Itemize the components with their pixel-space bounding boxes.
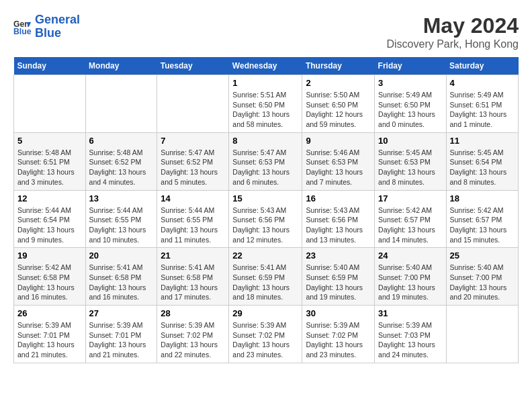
cell-info: Sunrise: 5:42 AM Sunset: 6:57 PM Dayligh… [450,205,515,245]
calendar-cell: 8Sunrise: 5:47 AM Sunset: 6:53 PM Daylig… [229,132,302,190]
calendar-cell: 31Sunrise: 5:39 AM Sunset: 7:03 PM Dayli… [375,306,446,363]
date-number: 19 [17,250,82,261]
date-number: 2 [306,78,371,88]
cell-info: Sunrise: 5:40 AM Sunset: 6:59 PM Dayligh… [306,263,371,302]
calendar-cell: 3Sunrise: 5:49 AM Sunset: 6:50 PM Daylig… [375,75,446,133]
calendar-cell: 24Sunrise: 5:40 AM Sunset: 7:00 PM Dayli… [375,248,446,306]
calendar-table: SundayMondayTuesdayWednesdayThursdayFrid… [13,57,519,363]
week-row-5: 26Sunrise: 5:39 AM Sunset: 7:01 PM Dayli… [14,306,519,363]
date-number: 3 [378,78,442,88]
cell-info: Sunrise: 5:39 AM Sunset: 7:03 PM Dayligh… [378,320,442,360]
cell-info: Sunrise: 5:40 AM Sunset: 7:00 PM Dayligh… [378,263,442,302]
date-number: 4 [450,78,515,88]
cell-info: Sunrise: 5:40 AM Sunset: 7:00 PM Dayligh… [450,263,515,302]
week-row-4: 19Sunrise: 5:42 AM Sunset: 6:58 PM Dayli… [14,248,519,306]
day-header-tuesday: Tuesday [157,57,229,75]
calendar-cell: 12Sunrise: 5:44 AM Sunset: 6:54 PM Dayli… [14,190,86,248]
calendar-cell: 14Sunrise: 5:44 AM Sunset: 6:55 PM Dayli… [157,190,229,248]
date-number: 15 [232,193,298,203]
day-header-saturday: Saturday [446,57,519,75]
calendar-cell [14,75,86,133]
cell-info: Sunrise: 5:41 AM Sunset: 6:59 PM Dayligh… [232,263,298,302]
date-number: 6 [89,136,154,146]
cell-info: Sunrise: 5:45 AM Sunset: 6:54 PM Dayligh… [450,148,515,187]
cell-info: Sunrise: 5:46 AM Sunset: 6:53 PM Dayligh… [306,148,371,187]
day-header-thursday: Thursday [302,57,375,75]
cell-info: Sunrise: 5:47 AM Sunset: 6:53 PM Dayligh… [232,148,298,187]
date-number: 27 [89,308,154,318]
subtitle: Discovery Park, Hong Kong [386,38,519,50]
calendar-cell [85,75,157,133]
page-header: Gen Blue GeneralBlue May 2024 Discovery … [13,13,519,50]
cell-info: Sunrise: 5:44 AM Sunset: 6:55 PM Dayligh… [89,205,154,245]
calendar-cell: 16Sunrise: 5:43 AM Sunset: 6:56 PM Dayli… [302,190,375,248]
date-number: 14 [161,193,225,203]
day-header-sunday: Sunday [14,57,86,75]
calendar-cell: 13Sunrise: 5:44 AM Sunset: 6:55 PM Dayli… [85,190,157,248]
cell-info: Sunrise: 5:50 AM Sunset: 6:50 PM Dayligh… [306,90,371,130]
cell-info: Sunrise: 5:42 AM Sunset: 6:57 PM Dayligh… [378,205,442,245]
calendar-cell: 17Sunrise: 5:42 AM Sunset: 6:57 PM Dayli… [375,190,446,248]
cell-info: Sunrise: 5:49 AM Sunset: 6:50 PM Dayligh… [378,90,442,130]
cell-info: Sunrise: 5:39 AM Sunset: 7:01 PM Dayligh… [17,320,82,360]
calendar-cell [446,306,519,363]
date-number: 16 [306,193,371,203]
calendar-cell: 15Sunrise: 5:43 AM Sunset: 6:56 PM Dayli… [229,190,302,248]
calendar-cell: 4Sunrise: 5:49 AM Sunset: 6:51 PM Daylig… [446,75,519,133]
calendar-cell: 9Sunrise: 5:46 AM Sunset: 6:53 PM Daylig… [302,132,375,190]
logo-icon: Gen Blue [13,17,32,36]
cell-info: Sunrise: 5:44 AM Sunset: 6:54 PM Dayligh… [17,205,82,245]
calendar-cell: 22Sunrise: 5:41 AM Sunset: 6:59 PM Dayli… [229,248,302,306]
calendar-cell: 30Sunrise: 5:39 AM Sunset: 7:02 PM Dayli… [302,306,375,363]
svg-text:Blue: Blue [13,26,32,36]
calendar-cell: 11Sunrise: 5:45 AM Sunset: 6:54 PM Dayli… [446,132,519,190]
cell-info: Sunrise: 5:42 AM Sunset: 6:58 PM Dayligh… [17,263,82,302]
date-number: 24 [378,250,442,261]
date-number: 5 [17,136,82,146]
date-number: 21 [161,250,225,261]
date-number: 25 [450,250,515,261]
calendar-cell: 18Sunrise: 5:42 AM Sunset: 6:57 PM Dayli… [446,190,519,248]
calendar-cell: 28Sunrise: 5:39 AM Sunset: 7:02 PM Dayli… [157,306,229,363]
calendar-cell: 19Sunrise: 5:42 AM Sunset: 6:58 PM Dayli… [14,248,86,306]
week-row-2: 5Sunrise: 5:48 AM Sunset: 6:51 PM Daylig… [14,132,519,190]
calendar-cell: 7Sunrise: 5:47 AM Sunset: 6:52 PM Daylig… [157,132,229,190]
calendar-cell: 29Sunrise: 5:39 AM Sunset: 7:02 PM Dayli… [229,306,302,363]
cell-info: Sunrise: 5:39 AM Sunset: 7:02 PM Dayligh… [306,320,371,360]
date-number: 20 [89,250,154,261]
title-block: May 2024 Discovery Park, Hong Kong [386,13,519,50]
cell-info: Sunrise: 5:51 AM Sunset: 6:50 PM Dayligh… [232,90,298,130]
date-number: 30 [306,308,371,318]
cell-info: Sunrise: 5:49 AM Sunset: 6:51 PM Dayligh… [450,90,515,130]
date-number: 17 [378,193,442,203]
date-number: 12 [17,193,82,203]
cell-info: Sunrise: 5:45 AM Sunset: 6:53 PM Dayligh… [378,148,442,187]
cell-info: Sunrise: 5:39 AM Sunset: 7:02 PM Dayligh… [232,320,298,360]
logo-text: GeneralBlue [35,13,80,40]
logo: Gen Blue GeneralBlue [13,13,80,40]
calendar-cell: 5Sunrise: 5:48 AM Sunset: 6:51 PM Daylig… [14,132,86,190]
day-header-row: SundayMondayTuesdayWednesdayThursdayFrid… [14,57,519,75]
date-number: 10 [378,136,442,146]
date-number: 18 [450,193,515,203]
calendar-cell: 6Sunrise: 5:48 AM Sunset: 6:52 PM Daylig… [85,132,157,190]
date-number: 8 [232,136,298,146]
cell-info: Sunrise: 5:41 AM Sunset: 6:58 PM Dayligh… [89,263,154,302]
cell-info: Sunrise: 5:43 AM Sunset: 6:56 PM Dayligh… [306,205,371,245]
cell-info: Sunrise: 5:39 AM Sunset: 7:01 PM Dayligh… [89,320,154,360]
date-number: 31 [378,308,442,318]
calendar-cell: 10Sunrise: 5:45 AM Sunset: 6:53 PM Dayli… [375,132,446,190]
cell-info: Sunrise: 5:39 AM Sunset: 7:02 PM Dayligh… [161,320,225,360]
day-header-wednesday: Wednesday [229,57,302,75]
week-row-1: 1Sunrise: 5:51 AM Sunset: 6:50 PM Daylig… [14,75,519,133]
day-header-friday: Friday [375,57,446,75]
cell-info: Sunrise: 5:48 AM Sunset: 6:51 PM Dayligh… [17,148,82,187]
cell-info: Sunrise: 5:48 AM Sunset: 6:52 PM Dayligh… [89,148,154,187]
cell-info: Sunrise: 5:47 AM Sunset: 6:52 PM Dayligh… [161,148,225,187]
calendar-cell: 25Sunrise: 5:40 AM Sunset: 7:00 PM Dayli… [446,248,519,306]
calendar-cell [157,75,229,133]
main-title: May 2024 [386,13,519,38]
cell-info: Sunrise: 5:41 AM Sunset: 6:58 PM Dayligh… [161,263,225,302]
date-number: 9 [306,136,371,146]
date-number: 29 [232,308,298,318]
